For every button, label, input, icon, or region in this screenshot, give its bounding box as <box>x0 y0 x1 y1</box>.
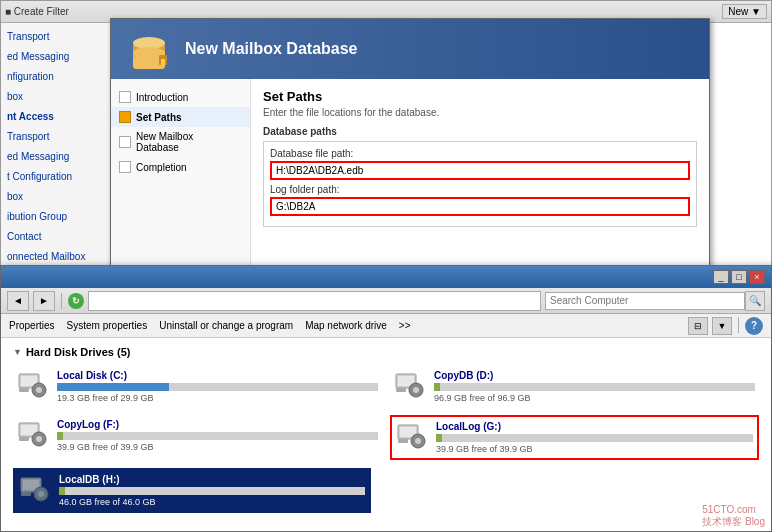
wizard-step-newdb[interactable]: New MailboxDatabase <box>111 127 250 157</box>
search-input[interactable] <box>545 292 745 310</box>
sidebar-item-messaging2[interactable]: ed Messaging <box>1 147 118 167</box>
sidebar-item-transport[interactable]: Transport <box>1 27 118 47</box>
wizard-step-introduction[interactable]: Introduction <box>111 87 250 107</box>
sidebar-item-messaging1[interactable]: ed Messaging <box>1 47 118 67</box>
explorer-content: ▼ Hard Disk Drives (5) Local Disk (C:) <box>1 338 771 528</box>
wizard-group-label: Database paths <box>263 126 697 137</box>
step-intro-label: Introduction <box>136 92 188 103</box>
sidebar-item-tconfig[interactable]: t Configuration <box>1 167 118 187</box>
view-btn-1[interactable]: ⊟ <box>688 317 708 335</box>
sidebar-item-transport2[interactable]: Transport <box>1 127 118 147</box>
view-controls: ⊟ ▼ ? <box>688 317 763 335</box>
drive-item-d[interactable]: CopyDB (D:) 96.9 GB free of 96.9 GB <box>390 366 759 407</box>
drive-detail-c: 19.3 GB free of 29.9 GB <box>57 393 378 403</box>
svg-rect-25 <box>398 439 408 443</box>
svg-point-9 <box>36 387 42 393</box>
section-title-text: Hard Disk Drives (5) <box>26 346 131 358</box>
menu-uninstall[interactable]: Uninstall or change a program <box>159 320 293 331</box>
sidebar-item-distgroup[interactable]: ibution Group <box>1 207 118 227</box>
drive-item-c[interactable]: Local Disk (C:) 19.3 GB free of 29.9 GB <box>13 366 382 407</box>
log-folder-input[interactable] <box>270 197 690 216</box>
help-button[interactable]: ? <box>745 317 763 335</box>
menu-more[interactable]: >> <box>399 320 411 331</box>
svg-rect-10 <box>19 388 29 392</box>
menu-system-properties[interactable]: System properties <box>67 320 148 331</box>
svg-point-14 <box>413 387 419 393</box>
db-paths-box: Database file path: Log folder path: <box>263 141 697 227</box>
drive-detail-f: 39.9 GB free of 39.9 GB <box>57 442 378 452</box>
wizard-content: Set Paths Enter the file locations for t… <box>251 79 709 274</box>
drive-bar-used-f <box>57 432 63 440</box>
svg-point-29 <box>38 491 44 497</box>
drive-detail-d: 96.9 GB free of 96.9 GB <box>434 393 755 403</box>
drive-icon-h <box>19 474 51 502</box>
breadcrumb-bar[interactable] <box>88 291 541 311</box>
wizard-step-setpaths[interactable]: Set Paths <box>111 107 250 127</box>
drive-label-d: CopyDB (D:) <box>434 370 755 381</box>
drive-bar-used-h <box>59 487 65 495</box>
drive-info-c: Local Disk (C:) 19.3 GB free of 29.9 GB <box>57 370 378 403</box>
svg-rect-30 <box>21 492 31 496</box>
wizard-step-completion[interactable]: Completion <box>111 157 250 177</box>
sidebar-item-access[interactable]: nt Access <box>1 107 118 127</box>
forward-button[interactable]: ► <box>33 291 55 311</box>
section-title: ▼ Hard Disk Drives (5) <box>13 346 759 358</box>
sidebar-item-box1[interactable]: box <box>1 87 118 107</box>
watermark: 51CTO.com 技术博客 Blog <box>702 504 765 529</box>
svg-point-24 <box>415 438 421 444</box>
search-button[interactable]: 🔍 <box>745 291 765 311</box>
drive-detail-h: 46.0 GB free of 46.0 GB <box>59 497 365 507</box>
drive-info-g: LocalLog (G:) 39.9 GB free of 39.9 GB <box>436 421 753 454</box>
drive-item-f[interactable]: CopyLog (F:) 39.9 GB free of 39.9 GB <box>13 415 382 460</box>
search-box: 🔍 <box>545 291 765 311</box>
drive-bar-bg-g <box>436 434 753 442</box>
sidebar-item-config1[interactable]: nfiguration <box>1 67 118 87</box>
explorer-window: _ □ × ◄ ► ↻ 🔍 Properties System properti… <box>0 265 772 532</box>
db-file-input[interactable] <box>270 161 690 180</box>
drive-icon-g <box>396 421 428 449</box>
drive-bar-bg-c <box>57 383 378 391</box>
drive-bar-used-d <box>434 383 440 391</box>
database-icon <box>125 25 173 73</box>
svg-rect-15 <box>396 388 406 392</box>
minimize-button[interactable]: _ <box>713 270 729 284</box>
exchange-sidebar: Transport ed Messaging nfiguration box n… <box>1 23 119 271</box>
drive-bar-bg-f <box>57 432 378 440</box>
wizard-section-subtitle: Enter the file locations for the databas… <box>263 107 697 118</box>
sidebar-item-connmailbox[interactable]: onnected Mailbox <box>1 247 118 267</box>
svg-rect-5 <box>161 59 165 65</box>
step-complete-indicator <box>119 161 131 173</box>
drive-label-h: LocalDB (H:) <box>59 474 365 485</box>
maximize-button[interactable]: □ <box>731 270 747 284</box>
svg-point-19 <box>36 436 42 442</box>
view-btn-2[interactable]: ▼ <box>712 317 732 335</box>
drive-item-h[interactable]: LocalDB (H:) 46.0 GB free of 46.0 GB <box>13 468 371 513</box>
svg-rect-20 <box>19 437 29 441</box>
refresh-button[interactable]: ↻ <box>68 293 84 309</box>
explorer-titlebar: _ □ × <box>1 266 771 288</box>
drive-icon-c <box>17 370 49 398</box>
drive-bar-used-g <box>436 434 442 442</box>
drive-bar-bg-h <box>59 487 365 495</box>
drive-label-c: Local Disk (C:) <box>57 370 378 381</box>
drive-bar-bg-d <box>434 383 755 391</box>
back-button[interactable]: ◄ <box>7 291 29 311</box>
toolbar-separator-1 <box>61 293 62 309</box>
menu-map-drive[interactable]: Map network drive <box>305 320 387 331</box>
drive-item-g[interactable]: LocalLog (G:) 39.9 GB free of 39.9 GB <box>390 415 759 460</box>
step-intro-indicator <box>119 91 131 103</box>
sidebar-item-contact[interactable]: Contact <box>1 227 118 247</box>
log-folder-label: Log folder path: <box>270 184 690 195</box>
menu-properties[interactable]: Properties <box>9 320 55 331</box>
drive-detail-g: 39.9 GB free of 39.9 GB <box>436 444 753 454</box>
wizard-dialog: New Mailbox Database Introduction Set Pa… <box>110 18 710 273</box>
step-paths-label: Set Paths <box>136 112 182 123</box>
close-button[interactable]: × <box>749 270 765 284</box>
new-button[interactable]: New ▼ <box>722 4 767 19</box>
drive-info-d: CopyDB (D:) 96.9 GB free of 96.9 GB <box>434 370 755 403</box>
drive-label-f: CopyLog (F:) <box>57 419 378 430</box>
wizard-steps: Introduction Set Paths New MailboxDataba… <box>111 79 251 274</box>
toolbar-separator-2 <box>738 317 739 333</box>
sidebar-item-box2[interactable]: box <box>1 187 118 207</box>
wizard-title: New Mailbox Database <box>185 40 358 58</box>
